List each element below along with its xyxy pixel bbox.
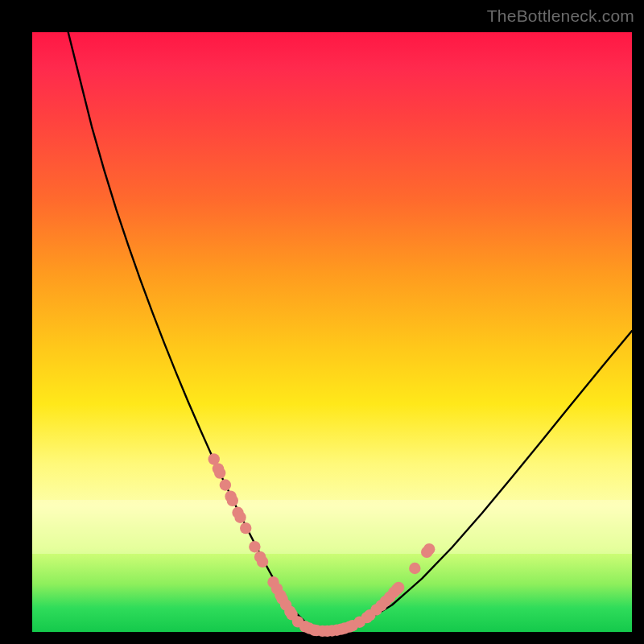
chart-frame: TheBottleneck.com (0, 0, 644, 644)
marker-point (214, 467, 225, 478)
marker-point (220, 479, 231, 490)
chart-svg (32, 32, 632, 632)
plot-area (32, 32, 632, 632)
watermark-text: TheBottleneck.com (487, 6, 634, 26)
highlight-markers (208, 453, 436, 637)
marker-point (423, 543, 435, 555)
marker-point (409, 563, 420, 574)
marker-point (249, 541, 260, 552)
marker-point (227, 495, 238, 506)
marker-point (234, 512, 246, 523)
marker-point (240, 522, 251, 534)
marker-point (257, 556, 268, 568)
bottleneck-curve (68, 32, 632, 631)
marker-point (393, 582, 404, 593)
